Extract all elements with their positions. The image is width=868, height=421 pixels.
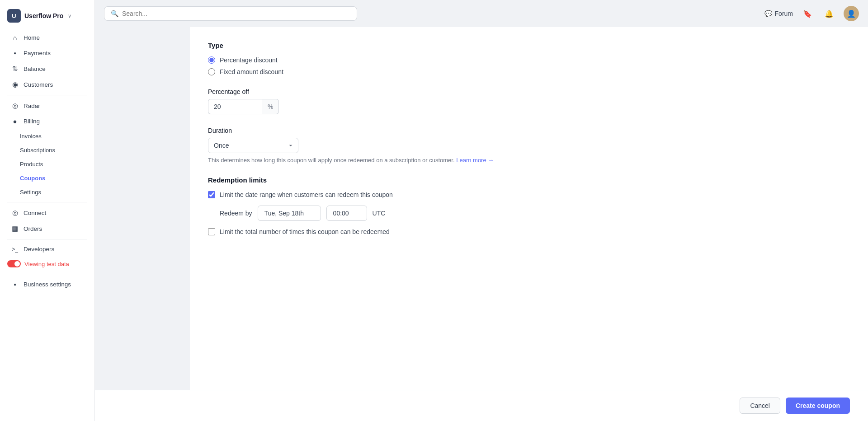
search-icon: 🔍: [111, 10, 118, 17]
sidebar-item-home[interactable]: ⌂ Home: [4, 30, 91, 45]
search-bar[interactable]: 🔍: [104, 6, 357, 21]
search-input[interactable]: [122, 10, 350, 17]
sidebar-label-radar: Radar: [24, 103, 40, 109]
divider-3: [7, 239, 87, 239]
sidebar: U Userflow Pro ∨ ⌂ Home ▪ Payments ⇅ Bal…: [0, 0, 95, 421]
radio-fixed-input[interactable]: [208, 68, 215, 75]
radio-fixed[interactable]: Fixed amount discount: [208, 68, 850, 75]
divider-4: [7, 274, 87, 274]
limit-total-checkbox[interactable]: [208, 228, 215, 235]
sidebar-item-subscriptions[interactable]: Subscriptions: [4, 143, 91, 157]
percentage-input-group: %: [208, 99, 280, 114]
duration-select[interactable]: Once Forever Repeating: [208, 138, 298, 153]
sidebar-label-invoices: Invoices: [20, 133, 42, 140]
chevron-down-icon: ∨: [68, 13, 71, 19]
redeem-by-time-input[interactable]: [326, 206, 367, 221]
sidebar-item-connect[interactable]: ◎ Connect: [4, 205, 91, 220]
topbar: 🔍 💬 Forum 🔖 🔔 👤: [95, 0, 868, 27]
bookmark-icon: 🔖: [803, 9, 812, 18]
limit-total-label: Limit the total number of times this cou…: [220, 228, 390, 235]
sidebar-item-payments[interactable]: ▪ Payments: [4, 46, 91, 61]
forum-link[interactable]: 💬 Forum: [764, 10, 793, 17]
radio-percentage[interactable]: Percentage discount: [208, 56, 850, 64]
avatar[interactable]: 👤: [844, 6, 859, 21]
sidebar-label-developers: Developers: [24, 246, 54, 253]
sidebar-item-invoices[interactable]: Invoices: [4, 129, 91, 143]
utc-label: UTC: [373, 210, 386, 217]
notification-button[interactable]: 🔔: [822, 6, 836, 21]
orders-icon: ▦: [11, 225, 19, 233]
viewing-test-data[interactable]: Viewing test data: [0, 257, 94, 271]
sidebar-label-business-settings: Business settings: [24, 281, 71, 288]
learn-more-link[interactable]: Learn more →: [456, 157, 494, 164]
sidebar-label-coupons: Coupons: [20, 175, 45, 182]
bookmark-button[interactable]: 🔖: [800, 6, 815, 21]
sidebar-label-subscriptions: Subscriptions: [20, 147, 55, 154]
sidebar-item-billing[interactable]: ● Billing: [4, 114, 91, 129]
sidebar-nav: ⌂ Home ▪ Payments ⇅ Balance ◉ Customers …: [0, 30, 94, 416]
sidebar-label-customers: Customers: [24, 81, 53, 88]
test-data-toggle[interactable]: [7, 260, 21, 267]
payments-icon: ▪: [11, 49, 19, 57]
sidebar-label-orders: Orders: [24, 225, 42, 232]
sidebar-item-settings[interactable]: Settings: [4, 185, 91, 199]
radar-icon: ◎: [11, 102, 19, 110]
limit-date-checkbox[interactable]: [208, 191, 215, 198]
sidebar-label-settings: Settings: [20, 189, 41, 196]
bell-icon: 🔔: [825, 9, 834, 18]
sidebar-item-customers[interactable]: ◉ Customers: [4, 77, 91, 92]
sidebar-item-orders[interactable]: ▦ Orders: [4, 221, 91, 236]
cancel-button[interactable]: Cancel: [740, 398, 780, 414]
app-header[interactable]: U Userflow Pro ∨: [0, 5, 94, 30]
radio-percentage-label: Percentage discount: [220, 56, 278, 64]
redeem-by-label: Redeem by: [220, 210, 252, 217]
sidebar-item-coupons[interactable]: Coupons: [4, 171, 91, 185]
duration-helper-text: This determines how long this coupon wil…: [208, 157, 455, 164]
limit-date-option[interactable]: Limit the date range when customers can …: [208, 191, 850, 198]
connect-icon: ◎: [11, 209, 19, 217]
sidebar-item-balance[interactable]: ⇅ Balance: [4, 61, 91, 76]
create-coupon-button[interactable]: Create coupon: [786, 398, 850, 414]
sidebar-label-billing: Billing: [24, 118, 40, 125]
duration-section: Duration Once Forever Repeating This det…: [208, 127, 850, 164]
redeem-by-row: Redeem by UTC: [220, 206, 850, 221]
form-footer: Cancel Create coupon: [95, 390, 868, 421]
divider-1: [7, 95, 87, 95]
radio-percentage-input[interactable]: [208, 56, 215, 64]
sidebar-label-connect: Connect: [24, 210, 46, 216]
type-label: Type: [208, 42, 850, 49]
sidebar-label-balance: Balance: [24, 65, 46, 72]
limit-total-option[interactable]: Limit the total number of times this cou…: [208, 228, 850, 235]
app-logo: U: [7, 9, 21, 23]
billing-icon: ●: [11, 117, 19, 125]
type-radio-group: Percentage discount Fixed amount discoun…: [208, 56, 850, 75]
percentage-input[interactable]: [208, 99, 262, 114]
balance-icon: ⇅: [11, 65, 19, 73]
customers-icon: ◉: [11, 80, 19, 89]
sidebar-item-developers[interactable]: >_ Developers: [4, 242, 91, 256]
percentage-off-section: Percentage off %: [208, 88, 850, 114]
duration-helper: This determines how long this coupon wil…: [208, 157, 850, 164]
percentage-off-label: Percentage off: [208, 88, 850, 95]
percentage-suffix: %: [262, 99, 279, 114]
type-section: Type Percentage discount Fixed amount di…: [208, 42, 850, 75]
divider-2: [7, 202, 87, 202]
topbar-actions: 💬 Forum 🔖 🔔 👤: [764, 6, 859, 21]
business-settings-icon: ▪: [11, 281, 19, 288]
viewing-test-data-label: Viewing test data: [24, 261, 69, 267]
redeem-by-date-input[interactable]: [258, 206, 321, 221]
sidebar-item-products[interactable]: Products: [4, 157, 91, 171]
forum-label: Forum: [775, 10, 793, 17]
developers-icon: >_: [11, 246, 19, 253]
sidebar-label-payments: Payments: [24, 50, 51, 56]
sidebar-label-products: Products: [20, 161, 43, 168]
home-icon: ⌂: [11, 34, 19, 42]
sidebar-item-business-settings[interactable]: ▪ Business settings: [4, 277, 91, 292]
forum-icon: 💬: [764, 10, 772, 17]
sidebar-item-radar[interactable]: ◎ Radar: [4, 98, 91, 113]
limit-date-label: Limit the date range when customers can …: [220, 191, 393, 198]
radio-fixed-label: Fixed amount discount: [220, 68, 283, 75]
main-content: Type Percentage discount Fixed amount di…: [190, 27, 868, 421]
app-name: Userflow Pro: [24, 12, 63, 19]
form-card: Type Percentage discount Fixed amount di…: [190, 27, 868, 421]
